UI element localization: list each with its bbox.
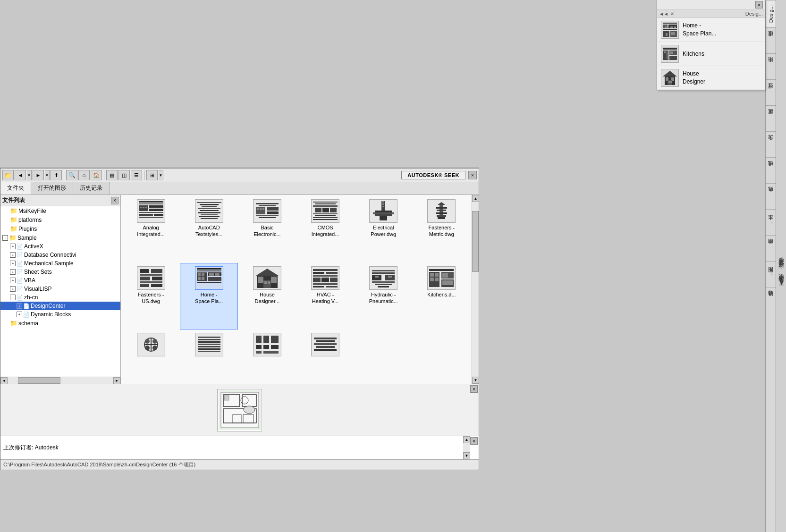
grid-item-cmos[interactable]: CMOSIntegrated... (296, 196, 354, 263)
expand-sample[interactable]: - (2, 235, 8, 241)
grid-vscroll-down[interactable]: ▼ (472, 377, 479, 384)
tree-item-zhcn[interactable]: - 📄 zh-cn (0, 293, 120, 302)
panel-collapse-btn[interactable]: ◄◄ (659, 11, 668, 17)
grid-vscroll-up[interactable]: ▲ (472, 195, 479, 202)
v-tab-jian-zhu[interactable]: 建筑 (766, 105, 776, 131)
tb-home-btn[interactable]: 🏠 (91, 170, 102, 180)
v-tab-dian-li[interactable]: 电力 (766, 183, 776, 209)
svg-rect-70 (315, 215, 336, 216)
expand-vba[interactable]: + (10, 278, 16, 283)
far-right-panel-label: 工具选项板 - 所有选项板 (777, 266, 785, 290)
v-tab-yue-su[interactable]: 约束 (766, 53, 776, 79)
desc-text: 上次修订者: Autodesk (3, 444, 59, 452)
dc-item-kitchens[interactable]: Kitchens (657, 42, 765, 66)
preview-close-btn[interactable]: × (470, 385, 478, 393)
v-tab-desig[interactable]: Desig... (766, 0, 776, 27)
tb-up-btn[interactable]: ⬆ (51, 170, 62, 180)
dc-item-house-designer[interactable]: HouseDesigner (657, 66, 765, 90)
tree-item-sheetsets[interactable]: + 📄 Sheet Sets (0, 268, 120, 276)
grid-vscrollbar[interactable]: ▲ ▼ (472, 195, 479, 384)
v-tab-tu-mu[interactable]: 土木... (766, 209, 776, 235)
content-grid: AnalogIntegrated... AutoCADTextstyles... (121, 195, 472, 384)
tab-open-drawing[interactable]: 打开的图形 (31, 182, 73, 194)
tree-item-vba[interactable]: + 📄 VBA (0, 276, 120, 285)
tb-forward-btn[interactable]: ► (33, 170, 44, 180)
tree-hscrollbar[interactable]: ◄ ► (0, 377, 120, 384)
tb-desc-btn[interactable]: ☰ (131, 170, 142, 180)
grid-item-row3-1[interactable] (122, 329, 180, 383)
tree-hscroll-right[interactable]: ► (113, 377, 120, 384)
tab-folder[interactable]: 文件夹 (0, 182, 31, 194)
tb-search-btn[interactable]: 🔍 (66, 170, 77, 180)
expand-mechanical[interactable]: + (10, 261, 16, 266)
svg-rect-57 (257, 208, 259, 210)
svg-rect-148 (430, 278, 434, 281)
tree-hscroll-left[interactable]: ◄ (0, 377, 8, 384)
tree-item-sample[interactable]: - 📁 Sample (0, 233, 120, 242)
tb-tree-toggle-btn[interactable]: ▤ (106, 170, 118, 180)
expand-sheetsets[interactable]: + (10, 269, 16, 275)
tree-label-sheetsets: Sheet Sets (24, 269, 52, 275)
grid-item-basic-elec[interactable]: BasicElectronic... (238, 196, 296, 263)
tree-item-activex[interactable]: + 📄 ActiveX (0, 242, 120, 251)
preview-image (217, 389, 262, 431)
panel-close-btn[interactable]: × (755, 1, 763, 8)
svg-rect-43 (200, 204, 219, 205)
grid-item-autocad-text[interactable]: AutoCADTextstyles... (180, 196, 238, 263)
tb-seek-btn[interactable]: AUTODESK® SEEK (401, 171, 465, 179)
grid-item-house-designer[interactable]: HouseDesigner... (238, 263, 296, 330)
v-tab-guo-cheng[interactable]: 过程 (766, 79, 776, 105)
grid-item-row3-2[interactable] (180, 329, 238, 383)
expand-designcenter[interactable]: + (17, 303, 22, 309)
tb-fav-btn[interactable]: ⌂ (78, 170, 90, 180)
expand-activex[interactable]: + (10, 244, 16, 249)
grid-item-kitchens[interactable]: Kitchens.d... (413, 263, 471, 330)
tree-item-designcenter[interactable]: + 📄 DesignCenter (0, 302, 120, 310)
grid-item-row3-4[interactable] (296, 329, 354, 383)
tb-back-btn[interactable]: ◄ (15, 170, 26, 180)
desc-close-btn[interactable]: × (470, 437, 478, 445)
tree-item-mechanical[interactable]: + 📄 Mechanical Sample (0, 259, 120, 268)
tb-forward-arrow-btn[interactable]: ▼ (45, 170, 50, 180)
tree-item-msikey[interactable]: 📁 MsiKeyFile (0, 206, 120, 215)
desc-vscrollbar[interactable]: ▲ ▼ (463, 436, 470, 459)
tb-open-btn[interactable]: 📁 (2, 170, 14, 180)
tb-preview-btn[interactable]: ◫ (118, 170, 130, 180)
tb-views-arrow-btn[interactable]: ▼ (159, 170, 163, 180)
desc-vscroll-down[interactable]: ▼ (463, 452, 470, 459)
tree-item-visuallisp[interactable]: + 📄 VisualLISP (0, 285, 120, 293)
svg-rect-30 (139, 203, 163, 204)
dc-item-home-space[interactable]: Home -Space Plan... (657, 18, 765, 42)
grid-item-electrical-power[interactable]: ElectricalPower.dwg (355, 196, 413, 263)
tree-item-platforms[interactable]: 📁 platforms (0, 215, 120, 224)
tree-item-schema[interactable]: 📁 schema (0, 319, 120, 328)
tb-back-arrow-btn[interactable]: ▼ (27, 170, 32, 180)
v-tab-jie-gou[interactable]: 结构 (766, 235, 776, 261)
expand-zhcn[interactable]: - (10, 295, 16, 300)
desc-vscroll-up[interactable]: ▲ (463, 436, 470, 443)
tree-close-btn[interactable]: × (111, 197, 118, 204)
v-tab-she-ji-zhong-xin[interactable]: 设计中心 (766, 287, 776, 313)
tb-views-btn[interactable]: ⊞ (146, 170, 158, 180)
v-tab-jian-mo[interactable]: 建模 (766, 27, 776, 53)
grid-item-row3-3[interactable] (238, 329, 296, 383)
grid-item-hydraulic[interactable]: Hydraulic -Pneumatic... (355, 263, 413, 330)
tree-item-database[interactable]: + 📄 Database Connectivi (0, 251, 120, 259)
grid-item-home-space[interactable]: Home -Space Pla... (180, 263, 238, 330)
grid-icon-fasteners-us (137, 266, 165, 290)
v-tab-zhu-fang[interactable]: 住房 (766, 131, 776, 157)
expand-dynamicblocks[interactable]: + (17, 312, 22, 317)
tab-history[interactable]: 历史记录 (73, 182, 110, 194)
tree-item-plugins[interactable]: 📁 Plugins (0, 224, 120, 233)
grid-item-hvac[interactable]: HVAC -Heating V... (296, 263, 354, 330)
grid-item-analog[interactable]: AnalogIntegrated... (122, 196, 180, 263)
panel-settings-btn[interactable]: ✕ (670, 11, 674, 17)
expand-database[interactable]: + (10, 252, 16, 258)
grid-item-fasteners-metric[interactable]: Fasteners -Metric.dwg (413, 196, 471, 263)
grid-item-fasteners-us[interactable]: Fasteners -US.dwg (122, 263, 180, 330)
v-tab-ji-xie[interactable]: 机械 (766, 157, 776, 183)
expand-visuallisp[interactable]: + (10, 286, 16, 292)
tb-window-close-btn[interactable]: × (468, 171, 477, 179)
tree-item-dynamicblocks[interactable]: + 📄 Dynamic Blocks (0, 310, 120, 319)
v-tab-tu-an[interactable]: 图案... (766, 261, 776, 287)
